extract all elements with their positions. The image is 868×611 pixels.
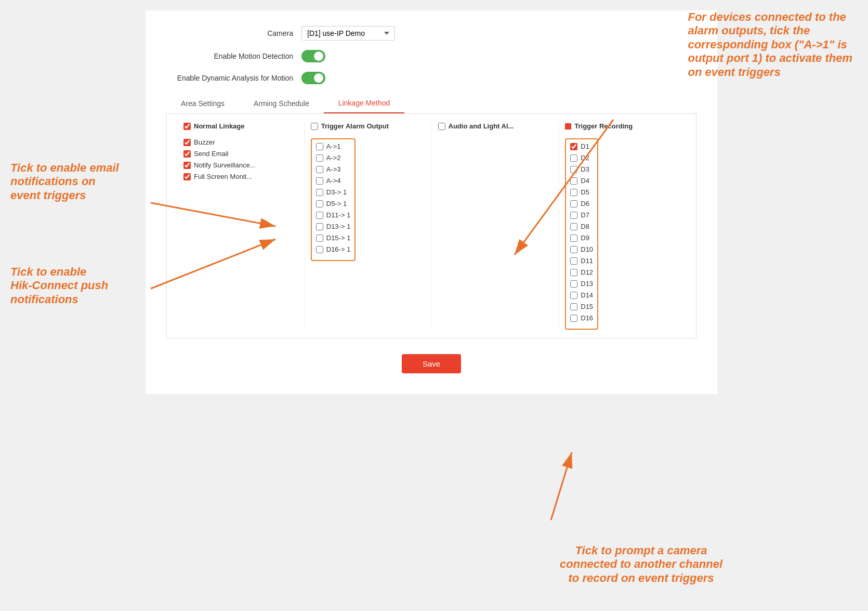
rec-d7-checkbox[interactable] xyxy=(570,212,577,219)
callout-recording: Tick to prompt a camera connected to ano… xyxy=(560,544,722,585)
alarm-d3-checkbox[interactable] xyxy=(316,189,323,196)
tabs-bar: Area Settings Arming Schedule Linkage Me… xyxy=(166,94,696,114)
save-btn-row: Save xyxy=(166,354,696,373)
rec-d1-checkbox[interactable] xyxy=(570,143,577,150)
alarm-d15: D15-> 1 xyxy=(316,234,351,242)
audio-light-checkbox[interactable] xyxy=(438,123,445,130)
motion-label: Enable Motion Detection xyxy=(166,52,301,60)
rec-d10-checkbox[interactable] xyxy=(570,246,577,253)
alarm-d3: D3-> 1 xyxy=(316,188,351,196)
rec-d8-checkbox[interactable] xyxy=(570,223,577,230)
save-button[interactable]: Save xyxy=(402,354,461,373)
rec-d3-checkbox[interactable] xyxy=(570,166,577,173)
alarm-d11: D11-> 1 xyxy=(316,211,351,219)
alarm-a2-checkbox[interactable] xyxy=(316,154,323,162)
rec-d14: D14 xyxy=(570,291,593,299)
alarm-d13: D13-> 1 xyxy=(316,223,351,230)
rec-d11: D11 xyxy=(570,257,593,265)
tab-area-settings[interactable]: Area Settings xyxy=(166,94,239,113)
alarm-d16-checkbox[interactable] xyxy=(316,246,323,253)
rec-d2-checkbox[interactable] xyxy=(570,154,577,162)
full-screen-checkbox[interactable] xyxy=(183,173,191,180)
notify-surveillance-checkbox[interactable] xyxy=(183,162,191,169)
recording-orange-box: D1 D2 D3 D4 D5 xyxy=(565,138,598,330)
rec-d8: D8 xyxy=(570,223,593,230)
alarm-a1-checkbox[interactable] xyxy=(316,143,323,150)
callout-alarm-output: For devices connected to the alarm outpu… xyxy=(688,10,852,79)
rec-d13: D13 xyxy=(570,280,593,288)
motion-row: Enable Motion Detection xyxy=(166,50,696,62)
rec-d16: D16 xyxy=(570,314,593,322)
camera-row: Camera [D1] use-IP Demo xyxy=(166,26,696,41)
alarm-d5-checkbox[interactable] xyxy=(316,200,323,207)
rec-d15-checkbox[interactable] xyxy=(570,303,577,310)
alarm-output-orange-box: A->1 A->2 A->3 A->4 D3-> 1 xyxy=(311,138,356,261)
rec-d10: D10 xyxy=(570,245,593,253)
rec-d3: D3 xyxy=(570,165,593,173)
red-square-icon xyxy=(565,123,571,129)
send-email-checkbox[interactable] xyxy=(183,150,191,158)
alarm-a4: A->4 xyxy=(316,177,351,185)
col-trigger-alarm: Trigger Alarm Output A->1 A->2 A->3 A-> xyxy=(305,122,432,330)
dynamic-label: Enable Dynamic Analysis for Motion xyxy=(166,74,301,82)
audio-light-header: Audio and Light Al... xyxy=(438,122,553,133)
linkage-area: Normal Linkage Buzzer Send Email Notify … xyxy=(166,114,696,339)
buzzer-item: Buzzer xyxy=(183,138,298,146)
rec-d6-checkbox[interactable] xyxy=(570,200,577,207)
rec-d13-checkbox[interactable] xyxy=(570,280,577,288)
full-screen-item: Full Screen Monit... xyxy=(183,173,298,180)
normal-linkage-checkbox[interactable] xyxy=(183,123,191,130)
normal-linkage-header: Normal Linkage xyxy=(183,122,298,133)
rec-d9: D9 xyxy=(570,234,593,242)
alarm-d5: D5-> 1 xyxy=(316,200,351,207)
buzzer-checkbox[interactable] xyxy=(183,139,191,146)
col-trigger-recording: Trigger Recording D1 D2 D3 D4 xyxy=(559,122,686,330)
alarm-a3: A->3 xyxy=(316,165,351,173)
rec-d5-checkbox[interactable] xyxy=(570,189,577,196)
alarm-d13-checkbox[interactable] xyxy=(316,223,323,230)
callout-email: Tick to enable email notifications on ev… xyxy=(10,161,119,202)
main-panel: Camera [D1] use-IP Demo Enable Motion De… xyxy=(146,10,717,394)
camera-label: Camera xyxy=(166,29,301,37)
rec-d4: D4 xyxy=(570,177,593,185)
motion-toggle[interactable] xyxy=(301,50,325,62)
rec-d15: D15 xyxy=(570,303,593,310)
rec-d12: D12 xyxy=(570,268,593,276)
alarm-a3-checkbox[interactable] xyxy=(316,166,323,173)
callout-hikconnect: Tick to enable Hik-Connect push notifica… xyxy=(10,265,108,306)
rec-d14-checkbox[interactable] xyxy=(570,292,577,299)
trigger-alarm-checkbox[interactable] xyxy=(311,123,318,130)
alarm-a4-checkbox[interactable] xyxy=(316,177,323,185)
alarm-d16: D16-> 1 xyxy=(316,245,351,253)
rec-d6: D6 xyxy=(570,200,593,207)
rec-d1: D1 xyxy=(570,142,593,150)
trigger-recording-header: Trigger Recording xyxy=(565,122,679,133)
dynamic-toggle[interactable] xyxy=(301,72,325,84)
camera-select[interactable]: [D1] use-IP Demo xyxy=(301,26,395,41)
alarm-a1: A->1 xyxy=(316,142,351,150)
col-audio-light: Audio and Light Al... xyxy=(432,122,559,330)
trigger-alarm-header: Trigger Alarm Output xyxy=(311,122,425,133)
alarm-d11-checkbox[interactable] xyxy=(316,212,323,219)
rec-d7: D7 xyxy=(570,211,593,219)
rec-d9-checkbox[interactable] xyxy=(570,235,577,242)
alarm-d15-checkbox[interactable] xyxy=(316,235,323,242)
col-normal-linkage: Normal Linkage Buzzer Send Email Notify … xyxy=(177,122,305,330)
alarm-a2: A->2 xyxy=(316,154,351,162)
dynamic-row: Enable Dynamic Analysis for Motion xyxy=(166,72,696,84)
rec-d4-checkbox[interactable] xyxy=(570,177,577,185)
rec-d12-checkbox[interactable] xyxy=(570,269,577,276)
notify-surveillance-item: Notify Surveillance... xyxy=(183,161,298,169)
send-email-item: Send Email xyxy=(183,150,298,158)
rec-d5: D5 xyxy=(570,188,593,196)
tab-arming-schedule[interactable]: Arming Schedule xyxy=(239,94,324,113)
rec-d2: D2 xyxy=(570,154,593,162)
rec-d11-checkbox[interactable] xyxy=(570,257,577,265)
tab-linkage-method[interactable]: Linkage Method xyxy=(324,94,405,113)
rec-d16-checkbox[interactable] xyxy=(570,315,577,322)
